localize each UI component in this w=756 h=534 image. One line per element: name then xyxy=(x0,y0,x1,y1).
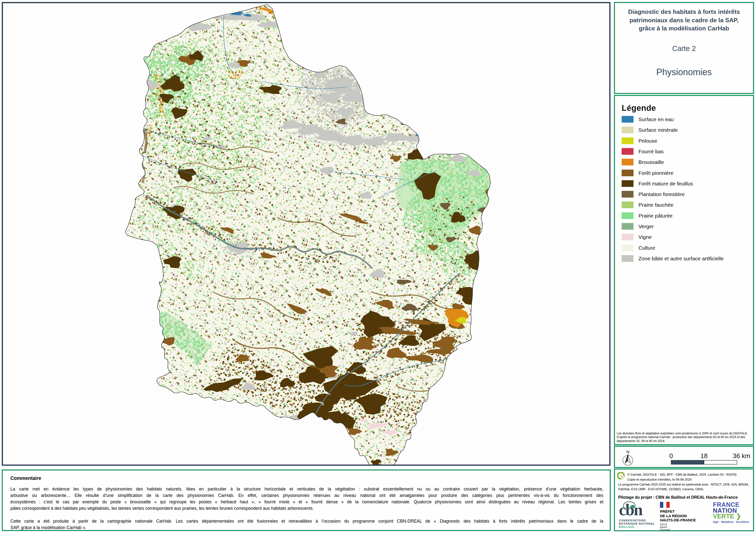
svg-text:18: 18 xyxy=(701,452,708,460)
svg-text:cbn: cbn xyxy=(619,501,643,518)
svg-text:36 km: 36 km xyxy=(733,452,750,460)
svg-text:0: 0 xyxy=(669,452,673,460)
svg-text:N: N xyxy=(626,450,629,454)
